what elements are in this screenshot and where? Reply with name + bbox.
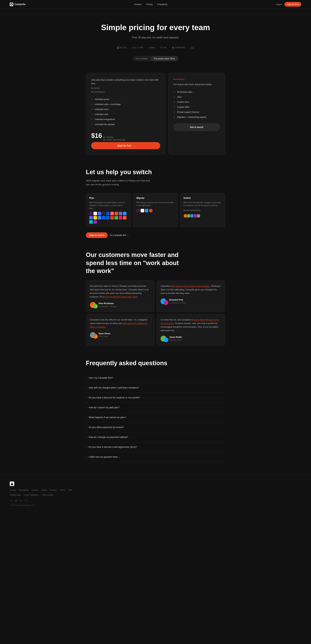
biz-feature-support: ✓Private support channel: [174, 110, 220, 114]
testimonial-highlight-1: huge productivity bonus over Slack: [105, 296, 137, 298]
testimonial-author-2: Benedict Fritz Co-founder, Arrows: [160, 298, 221, 304]
footer-figma-plugin[interactable]: Figma plugin: [42, 494, 53, 496]
faq-item-5[interactable]: › Do you allow payments by invoice?: [86, 422, 225, 432]
faq-item-1[interactable]: › How will I be charged when I add team …: [86, 383, 225, 393]
app-icons-plan: [89, 212, 128, 224]
faq-item-2[interactable]: › Do you have a discount for students or…: [86, 393, 225, 402]
author-name-1: Peer Richelsen: [99, 302, 116, 305]
box-icon: [106, 216, 110, 220]
switch-subtitle: We'll migrate your team and content so h…: [86, 179, 154, 186]
threads-icon[interactable]: ⊕: [14, 499, 18, 502]
check-icon: ✓: [91, 108, 93, 111]
faq-question-3: How do I cancel my paid plan?: [88, 406, 120, 409]
footer-privacy[interactable]: Privacy: [50, 489, 56, 492]
start-for-free-button[interactable]: Start for free →: [91, 142, 160, 149]
nav-changelog[interactable]: Changelog: [157, 3, 167, 6]
logo-luma: luma: [148, 46, 155, 49]
faq-item-8[interactable]: › I didn't see my question here...: [86, 452, 225, 462]
footer-desktop-app[interactable]: Desktop app: [10, 494, 20, 496]
testimonial-3: Campsite is like the office for our remo…: [86, 314, 154, 346]
faq-question-6: How do I change my payment method?: [88, 436, 128, 439]
footer-pricing[interactable]: Pricing: [10, 489, 16, 492]
hero-section: Simple pricing for every team Free 30-da…: [0, 9, 311, 73]
author-info-1: Peer Richelsen Co-founder, Cal.com: [99, 302, 116, 308]
footer-status[interactable]: Status: [42, 489, 47, 492]
faq-chevron-5: ›: [86, 425, 87, 429]
footer-terms[interactable]: Terms: [60, 489, 65, 492]
faq-chevron-1: ›: [86, 386, 87, 390]
plan-card-desc: We'll help figure out what makes sense t…: [89, 201, 128, 210]
twitter-icon[interactable]: 𝕏: [10, 499, 13, 502]
footer-changelog[interactable]: Changelog: [19, 489, 28, 492]
app-icon-16: [114, 216, 118, 220]
footer-linear-integration[interactable]: Linear integration: [24, 494, 39, 496]
testimonial-text-2: Campsite is the perfect tool for async c…: [160, 284, 221, 295]
switch-section: Let us help you switch We'll migrate you…: [82, 168, 228, 238]
nav-product[interactable]: Product: [134, 3, 142, 6]
testimonial-2: Campsite is the perfect tool for async c…: [156, 280, 225, 312]
testimonials-title: Our customers move faster and spend less…: [86, 251, 183, 275]
biz-feature-migration: ✓Migration + onboarding support: [174, 114, 220, 120]
testimonial-author-1: Peer Richelsen Co-founder, Cal.com: [90, 302, 150, 308]
price-per: per member per month, billed annually: [103, 136, 125, 141]
check-icon: ✓: [174, 95, 176, 99]
get-in-touch-button[interactable]: Get in touch: [174, 124, 220, 131]
nav-pricing[interactable]: Pricing: [146, 3, 152, 6]
faq-item-3[interactable]: › How do I cancel my paid plan?: [86, 402, 225, 412]
testimonial-text-4: I've tried them all, and Campsite is han…: [160, 318, 221, 332]
dropbox-icon: [102, 216, 106, 220]
svg-rect-7: [192, 46, 194, 48]
logo[interactable]: Campsite: [10, 2, 26, 6]
pay-yearly-button[interactable]: Pay yearly (save 20%): [151, 56, 178, 61]
faq-question-4: What happens if we cancel our plan?: [88, 416, 126, 419]
testimonial-highlight-2: the perfect tool for async communication: [172, 285, 210, 287]
faq-question-1: How will I be charged when I add team me…: [88, 386, 139, 390]
arrows-icon: [172, 46, 174, 49]
author-avatar-4b: [164, 338, 168, 342]
app-icon-19: [89, 220, 93, 224]
faq-chevron-7: ›: [86, 445, 87, 449]
faq-item-6[interactable]: › How do I change my payment method?: [86, 432, 225, 442]
faq-item-4[interactable]: › What happens if we cancel our plan?: [86, 412, 225, 422]
svg-rect-2: [118, 46, 119, 48]
try-campsite-button[interactable]: Try Campsite first →: [110, 234, 129, 236]
avatar-container-1: [90, 302, 97, 308]
faq-question-8: I didn't see my question here...: [88, 455, 120, 459]
footer-logo-icon: [10, 482, 14, 486]
migrate-card-title: Migrate: [136, 196, 175, 200]
avatar-container-4: [160, 336, 168, 342]
github-footer-icon[interactable]: ⌥: [24, 499, 27, 502]
help-me-switch-button[interactable]: Help me switch: [86, 232, 108, 238]
jira-icon: [106, 212, 110, 215]
slack-icon: [89, 212, 93, 215]
team-avatar-5: [196, 214, 200, 218]
login-button[interactable]: Log in: [276, 3, 282, 6]
footer-dpa[interactable]: DPA: [68, 489, 72, 492]
features-list: ✓Unlimited posts ✓Unlimited calls + reco…: [91, 97, 160, 127]
biz-feature-all: ✓All features plus...: [174, 90, 220, 94]
author-avatar-3b: [93, 334, 98, 338]
testimonials-section: Our customers move faster and spend less…: [82, 251, 228, 346]
testimonial-author-3: Ryan Olson CTO, Relo: [90, 332, 150, 338]
svg-rect-3: [117, 48, 118, 49]
author-avatar-2b: [164, 300, 168, 305]
faq-chevron-2: ›: [86, 396, 87, 400]
faq-chevron-0: ›: [86, 376, 87, 380]
author-info-4: Jason Rudin Founder, Clad: [169, 336, 182, 342]
faq-item-0[interactable]: › Can I try Campsite first?: [86, 373, 225, 383]
faq-item-7[interactable]: › Do you have a Service-Level Agreement …: [86, 442, 225, 452]
author-avatar-1b: [93, 304, 98, 308]
start-for-free-nav-button[interactable]: Start for free: [284, 2, 301, 7]
footer-logo: [10, 482, 14, 486]
footer-contact[interactable]: Contact: [32, 489, 38, 492]
app-icon-17: [119, 216, 122, 220]
feature-uploads: ✓Unlimited file uploads: [91, 122, 160, 127]
check-icon: ✓: [174, 110, 176, 114]
social-icons: 𝕏 ⊕ in ⌥: [10, 499, 301, 502]
linkedin-icon[interactable]: in: [20, 499, 22, 502]
testimonial-text-1: We went from Slack to Twist to Threads a…: [90, 284, 150, 298]
pay-monthly-button[interactable]: Pay monthly: [133, 56, 150, 61]
check-icon: ✓: [91, 123, 93, 126]
business-plan-card: BUSINESS For teams with more advanced ne…: [168, 73, 225, 155]
faq-question-5: Do you allow payments by invoice?: [88, 426, 124, 429]
